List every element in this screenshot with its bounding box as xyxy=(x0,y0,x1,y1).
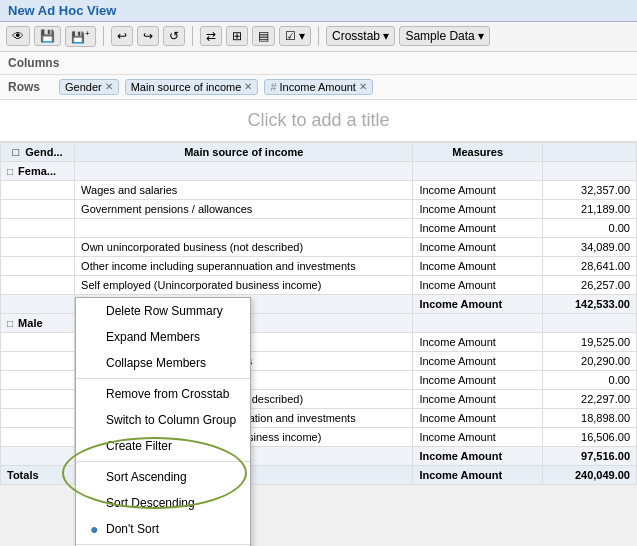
separator-1 xyxy=(103,26,104,46)
menu-remove-from-crosstab[interactable]: Remove from Crosstab xyxy=(76,381,250,407)
view-button[interactable]: 👁 xyxy=(6,26,30,46)
header-gender[interactable]: □ Gend... xyxy=(1,142,75,161)
menu-switch-to-column-group[interactable]: Switch to Column Group xyxy=(76,407,250,433)
menu-item-label: Collapse Members xyxy=(106,356,206,370)
measures-cell xyxy=(413,161,542,180)
amount-cell: 0.00 xyxy=(542,370,636,389)
menu-dont-sort[interactable]: ● Don't Sort xyxy=(76,516,250,542)
save-as-button[interactable]: 💾+ xyxy=(65,26,96,47)
measures-cell: Income Amount xyxy=(413,199,542,218)
grand-totals-measures: Income Amount xyxy=(413,465,542,484)
menu-create-filter[interactable]: Create Filter xyxy=(76,433,250,459)
layout-button[interactable]: ⊞ xyxy=(226,26,248,46)
switch-button[interactable]: ⇄ xyxy=(200,26,222,46)
table-button[interactable]: ▤ xyxy=(252,26,275,46)
measures-cell: Income Amount xyxy=(413,294,542,313)
table-row: Government pensions / allowances Income … xyxy=(1,199,637,218)
redo-button[interactable]: ↪ xyxy=(137,26,159,46)
expand-female-icon[interactable]: □ xyxy=(7,166,13,177)
header-amount[interactable] xyxy=(542,142,636,161)
source-cell xyxy=(75,161,413,180)
bullet-sort-asc xyxy=(90,469,100,485)
measures-cell: Income Amount xyxy=(413,256,542,275)
separator-2 xyxy=(192,26,193,46)
amount-cell: 26,257.00 xyxy=(542,275,636,294)
chip-source-close[interactable]: ✕ xyxy=(244,81,252,92)
menu-sort-descending[interactable]: Sort Descending xyxy=(76,490,250,516)
toolbar: 👁 💾 💾+ ↩ ↪ ↺ ⇄ ⊞ ▤ ☑ ▾ Crosstab ▾ Sample… xyxy=(0,22,637,52)
bullet-switch xyxy=(90,412,100,428)
measures-cell: Income Amount xyxy=(413,275,542,294)
table-row: Other income including superannuation an… xyxy=(1,256,637,275)
expand-all-icon[interactable]: □ xyxy=(13,146,20,158)
grand-totals-label: Totals xyxy=(1,465,75,484)
amount-cell: 20,290.00 xyxy=(542,351,636,370)
expand-male-icon[interactable]: □ xyxy=(7,318,13,329)
chip-amount[interactable]: # Income Amount ✕ xyxy=(264,79,373,95)
chart-title[interactable]: Click to add a title xyxy=(0,100,637,142)
amount-cell: 28,641.00 xyxy=(542,256,636,275)
gender-cell: □ Fema... xyxy=(1,161,75,180)
save-button[interactable]: 💾 xyxy=(34,26,61,46)
measures-cell: Income Amount xyxy=(413,218,542,237)
table-header-row: □ Gend... Main source of income Measures xyxy=(1,142,637,161)
amount-cell xyxy=(542,161,636,180)
header-source[interactable]: Main source of income xyxy=(75,142,413,161)
menu-sort-ascending[interactable]: Sort Ascending xyxy=(76,464,250,490)
amount-cell: 97,516.00 xyxy=(542,446,636,465)
separator-3 xyxy=(318,26,319,46)
source-cell: Self employed (Unincorporated business i… xyxy=(75,275,413,294)
menu-item-label: Create Filter xyxy=(106,439,172,453)
measures-cell: Income Amount xyxy=(413,237,542,256)
amount-cell: 16,506.00 xyxy=(542,427,636,446)
menu-delete-row-summary[interactable]: Delete Row Summary xyxy=(76,298,250,324)
bullet-expand xyxy=(90,329,100,345)
view-type-dropdown[interactable]: Crosstab ▾ xyxy=(326,26,395,46)
measures-cell: Income Amount xyxy=(413,351,542,370)
undo-button[interactable]: ↩ xyxy=(111,26,133,46)
source-cell: Wages and salaries xyxy=(75,180,413,199)
table-row: Own unincorporated business (not describ… xyxy=(1,237,637,256)
table-row: Wages and salaries Income Amount 32,357.… xyxy=(1,180,637,199)
bullet-filter xyxy=(90,438,100,454)
app-title: New Ad Hoc View xyxy=(8,3,116,18)
chip-gender-close[interactable]: ✕ xyxy=(105,81,113,92)
amount-cell: 0.00 xyxy=(542,218,636,237)
table-container[interactable]: □ Gend... Main source of income Measures… xyxy=(0,142,637,546)
amount-cell: 18,898.00 xyxy=(542,408,636,427)
menu-collapse-members[interactable]: Collapse Members xyxy=(76,350,250,376)
menu-item-label: Sort Ascending xyxy=(106,470,187,484)
measures-cell: Income Amount xyxy=(413,389,542,408)
amount-cell: 142,533.00 xyxy=(542,294,636,313)
chip-gender-label: Gender xyxy=(65,81,102,93)
refresh-button[interactable]: ↺ xyxy=(163,26,185,46)
menu-item-label: Delete Row Summary xyxy=(106,304,223,318)
menu-item-label: Switch to Column Group xyxy=(106,413,236,427)
chip-source[interactable]: Main source of income ✕ xyxy=(125,79,259,95)
measures-cell xyxy=(413,313,542,332)
measures-cell: Income Amount xyxy=(413,180,542,199)
measures-cell: Income Amount xyxy=(413,408,542,427)
table-row: Self employed (Unincorporated business i… xyxy=(1,275,637,294)
menu-expand-members[interactable]: Expand Members xyxy=(76,324,250,350)
bullet-sort-desc xyxy=(90,495,100,511)
header-measures[interactable]: Measures xyxy=(413,142,542,161)
measures-cell: Income Amount xyxy=(413,332,542,351)
chip-gender[interactable]: Gender ✕ xyxy=(59,79,119,95)
chip-amount-hash: # xyxy=(270,81,276,93)
amount-cell: 34,089.00 xyxy=(542,237,636,256)
bullet-collapse xyxy=(90,355,100,371)
table-row: □ Fema... xyxy=(1,161,637,180)
chip-amount-close[interactable]: ✕ xyxy=(359,81,367,92)
bullet-delete xyxy=(90,303,100,319)
menu-item-label: Remove from Crosstab xyxy=(106,387,229,401)
source-cell: Own unincorporated business (not describ… xyxy=(75,237,413,256)
table-row: Income Amount 0.00 xyxy=(1,218,637,237)
data-source-dropdown[interactable]: Sample Data ▾ xyxy=(399,26,490,46)
columns-label: Columns xyxy=(8,56,59,70)
source-cell xyxy=(75,218,413,237)
measures-cell: Income Amount xyxy=(413,370,542,389)
main-content: Click to add a title □ Gend... Main sour… xyxy=(0,100,637,546)
gender-cell: □ Male xyxy=(1,313,75,332)
check-button[interactable]: ☑ ▾ xyxy=(279,26,311,46)
